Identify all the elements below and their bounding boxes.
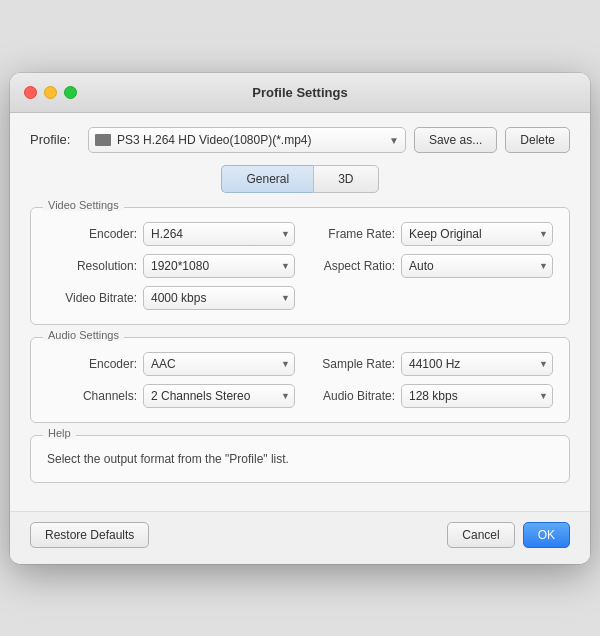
encoder-select[interactable]: H.264 <box>143 222 295 246</box>
sample-rate-label: Sample Rate: <box>305 357 395 371</box>
audio-encoder-label: Encoder: <box>47 357 137 371</box>
restore-defaults-button[interactable]: Restore Defaults <box>30 522 149 548</box>
audio-settings-section: Audio Settings Encoder: AAC ▼ Sample Rat… <box>30 337 570 423</box>
profile-label: Profile: <box>30 132 80 147</box>
help-text: Select the output format from the "Profi… <box>47 450 553 468</box>
profile-settings-window: Profile Settings Profile: PS3 H.264 HD V… <box>10 73 590 564</box>
tab-3d[interactable]: 3D <box>313 165 378 193</box>
channels-label: Channels: <box>47 389 137 403</box>
resolution-select-wrapper: 1920*1080 ▼ <box>143 254 295 278</box>
frame-rate-select[interactable]: Keep Original <box>401 222 553 246</box>
audio-bitrate-row: Audio Bitrate: 128 kbps ▼ <box>305 384 553 408</box>
profile-row: Profile: PS3 H.264 HD Video(1080P)(*.mp4… <box>30 127 570 153</box>
profile-select-wrapper: PS3 H.264 HD Video(1080P)(*.mp4) ▼ <box>88 127 406 153</box>
maximize-button[interactable] <box>64 86 77 99</box>
frame-rate-label: Frame Rate: <box>305 227 395 241</box>
encoder-row: Encoder: H.264 ▼ <box>47 222 295 246</box>
frame-rate-select-wrapper: Keep Original ▼ <box>401 222 553 246</box>
ok-button[interactable]: OK <box>523 522 570 548</box>
encoder-label: Encoder: <box>47 227 137 241</box>
delete-button[interactable]: Delete <box>505 127 570 153</box>
audio-settings-grid: Encoder: AAC ▼ Sample Rate: 44100 Hz <box>47 352 553 408</box>
help-section: Help Select the output format from the "… <box>30 435 570 483</box>
video-settings-title: Video Settings <box>43 199 124 211</box>
sample-rate-row: Sample Rate: 44100 Hz ▼ <box>305 352 553 376</box>
resolution-select[interactable]: 1920*1080 <box>143 254 295 278</box>
audio-encoder-select-wrapper: AAC ▼ <box>143 352 295 376</box>
audio-settings-title: Audio Settings <box>43 329 124 341</box>
tabs-container: General 3D <box>30 165 570 193</box>
resolution-row: Resolution: 1920*1080 ▼ <box>47 254 295 278</box>
aspect-ratio-row: Aspect Ratio: Auto ▼ <box>305 254 553 278</box>
audio-encoder-select[interactable]: AAC <box>143 352 295 376</box>
footer-right: Cancel OK <box>447 522 570 548</box>
channels-select[interactable]: 2 Channels Stereo <box>143 384 295 408</box>
minimize-button[interactable] <box>44 86 57 99</box>
close-button[interactable] <box>24 86 37 99</box>
video-bitrate-select-wrapper: 4000 kbps ▼ <box>143 286 295 310</box>
audio-bitrate-select-wrapper: 128 kbps ▼ <box>401 384 553 408</box>
sample-rate-select-wrapper: 44100 Hz ▼ <box>401 352 553 376</box>
frame-rate-row: Frame Rate: Keep Original ▼ <box>305 222 553 246</box>
audio-encoder-row: Encoder: AAC ▼ <box>47 352 295 376</box>
profile-select[interactable]: PS3 H.264 HD Video(1080P)(*.mp4) <box>88 127 406 153</box>
audio-bitrate-select[interactable]: 128 kbps <box>401 384 553 408</box>
video-bitrate-label: Video Bitrate: <box>47 291 137 305</box>
video-settings-grid: Encoder: H.264 ▼ Frame Rate: Keep Origin… <box>47 222 553 310</box>
titlebar: Profile Settings <box>10 73 590 113</box>
sample-rate-select[interactable]: 44100 Hz <box>401 352 553 376</box>
channels-select-wrapper: 2 Channels Stereo ▼ <box>143 384 295 408</box>
aspect-ratio-label: Aspect Ratio: <box>305 259 395 273</box>
video-settings-section: Video Settings Encoder: H.264 ▼ Frame Ra… <box>30 207 570 325</box>
save-as-button[interactable]: Save as... <box>414 127 497 153</box>
resolution-label: Resolution: <box>47 259 137 273</box>
channels-row: Channels: 2 Channels Stereo ▼ <box>47 384 295 408</box>
help-title: Help <box>43 427 76 439</box>
traffic-lights <box>24 86 77 99</box>
footer: Restore Defaults Cancel OK <box>10 511 590 564</box>
encoder-select-wrapper: H.264 ▼ <box>143 222 295 246</box>
video-bitrate-select[interactable]: 4000 kbps <box>143 286 295 310</box>
video-bitrate-row: Video Bitrate: 4000 kbps ▼ <box>47 286 295 310</box>
audio-bitrate-label: Audio Bitrate: <box>305 389 395 403</box>
profile-icon <box>95 134 111 146</box>
aspect-ratio-select-wrapper: Auto ▼ <box>401 254 553 278</box>
cancel-button[interactable]: Cancel <box>447 522 514 548</box>
window-title: Profile Settings <box>252 85 347 100</box>
tab-general[interactable]: General <box>221 165 313 193</box>
main-content: Profile: PS3 H.264 HD Video(1080P)(*.mp4… <box>10 113 590 511</box>
aspect-ratio-select[interactable]: Auto <box>401 254 553 278</box>
